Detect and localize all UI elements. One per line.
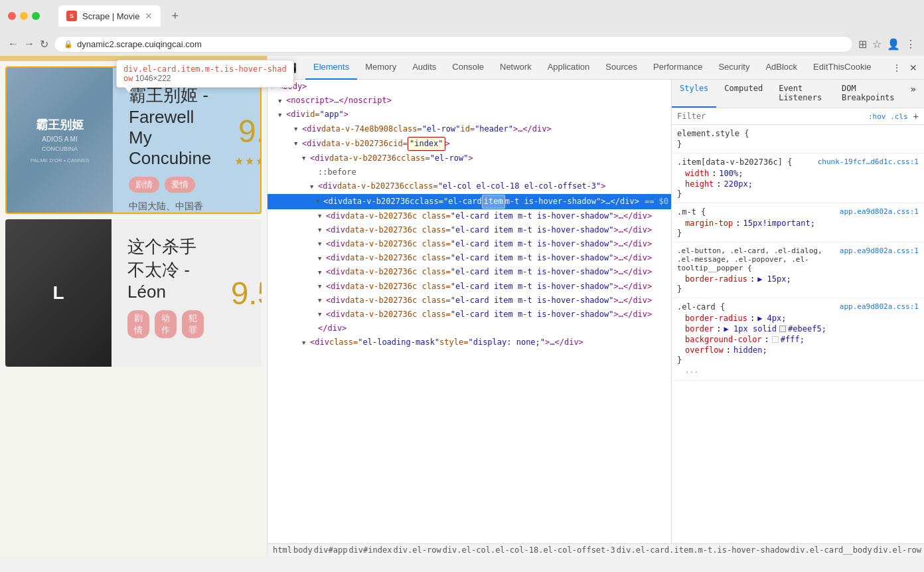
element-line-elcard-6[interactable]: <div data-v-b202736c class= "el-card ite… xyxy=(268,265,671,279)
minimize-button[interactable] xyxy=(20,12,28,20)
tab-memory[interactable]: Memory xyxy=(357,56,404,80)
back-button[interactable]: ← xyxy=(8,38,19,50)
element-line-elcard-9[interactable]: <div data-v-b202736c class= "el-card ite… xyxy=(268,308,671,322)
element-line-index[interactable]: <div data-v-b202736c id= "index" > xyxy=(268,136,671,151)
tab-network[interactable]: Network xyxy=(492,56,540,80)
reload-button[interactable]: ↻ xyxy=(40,38,48,50)
triangle-noscript[interactable] xyxy=(278,96,286,106)
breadcrumb-html[interactable]: html xyxy=(273,545,292,555)
tab-console[interactable]: Console xyxy=(444,56,492,80)
tab-adblock[interactable]: AdBlock xyxy=(757,56,805,80)
triangle-elcard-7[interactable] xyxy=(318,282,326,291)
tab-security[interactable]: Security xyxy=(710,56,757,80)
styles-tab-dom-breakpoints[interactable]: DOM Breakpoints xyxy=(834,80,902,108)
breadcrumb-divapp[interactable]: div#app xyxy=(314,545,348,555)
element-line-noscript[interactable]: <noscript> … </noscript> xyxy=(268,94,671,108)
border-color-swatch[interactable] xyxy=(779,326,786,332)
forward-button[interactable]: → xyxy=(24,38,35,50)
breadcrumb-divrow[interactable]: div.el-row xyxy=(393,545,441,555)
tab-sources[interactable]: Sources xyxy=(597,56,645,80)
address-input[interactable]: 🔒 dynamic2.scrape.cuiqingcai.com xyxy=(54,36,853,52)
movie-card-1[interactable]: 霸王别姬 ADIOS A MI CONCUBINA PALME D'OR • C… xyxy=(5,66,262,214)
styles-tab-event-listeners[interactable]: Event Listeners xyxy=(771,80,834,108)
style-source-elcard[interactable]: app.ea9d802a.css:1 xyxy=(840,302,919,313)
tab-favicon: S xyxy=(66,11,77,21)
tab-elements[interactable]: Elements xyxy=(305,56,357,80)
style-source-item[interactable]: chunk-19fcf…d6d1c.css:1 xyxy=(818,157,919,168)
breadcrumb-divcbody[interactable]: div.el-card__body xyxy=(791,545,872,555)
triangle-elcard-sel[interactable] xyxy=(316,197,323,206)
close-button[interactable] xyxy=(8,12,16,20)
element-line-body[interactable]: <body> xyxy=(268,80,671,94)
screen-share-button[interactable]: ⊞ xyxy=(858,38,867,50)
triangle-elrow[interactable] xyxy=(302,153,310,163)
element-line-loading[interactable]: <div class= "el-loading-mask" style= "di… xyxy=(268,335,671,349)
tag-loading-close: >…</div> xyxy=(545,336,583,349)
style-source-mt[interactable]: app.ea9d802a.css:1 xyxy=(840,207,919,218)
tag-action-2: 动作 xyxy=(155,310,177,338)
triangle-elcard-3[interactable] xyxy=(318,225,326,235)
style-rule-elcard: .el-card { app.ea9d802a.css:1 border-rad… xyxy=(672,298,924,381)
attr-val-app: "app" xyxy=(320,108,344,121)
styles-filter-bar: :hov .cls + xyxy=(672,108,924,125)
triangle-elcard-5[interactable] xyxy=(318,254,326,263)
movie-card-2[interactable]: L 这个杀手不太冷 - Léon 剧情 动作 犯罪 9.5 xyxy=(5,219,262,367)
rating-stars-1: ★ ★ ★ ★ ★ xyxy=(234,155,262,167)
triangle-elcard-9[interactable] xyxy=(318,310,326,319)
bgcolor-swatch[interactable] xyxy=(772,336,779,343)
devtools-close-button[interactable]: ✕ xyxy=(908,61,919,74)
bookmark-button[interactable]: ☆ xyxy=(872,38,882,50)
styles-tab-more[interactable]: » xyxy=(903,80,924,108)
element-line-elcard-5[interactable]: <div data-v-b202736c class= "el-card ite… xyxy=(268,251,671,265)
element-line-before[interactable]: ::before xyxy=(268,165,671,179)
element-line-div-close[interactable]: </div> xyxy=(268,322,671,335)
element-line-elcard-4[interactable]: <div data-v-b202736c class= "el-card ite… xyxy=(268,237,671,251)
element-line-elcard-3[interactable]: <div data-v-b202736c class= "el-card ite… xyxy=(268,223,671,237)
attr-datav-elrow: data-v-b202736c xyxy=(329,152,401,165)
element-line-app[interactable]: <div id= "app" > xyxy=(268,108,671,122)
attr-val-class-header: "el-row" xyxy=(422,123,461,136)
triangle-app[interactable] xyxy=(278,110,286,120)
triangle-elcol[interactable] xyxy=(310,182,318,191)
styles-filter-input[interactable] xyxy=(677,112,863,121)
triangle-elcard-4[interactable] xyxy=(318,239,326,248)
tab-close-button[interactable]: ✕ xyxy=(145,11,153,21)
devtools-settings-button[interactable]: ⋮ xyxy=(891,61,903,74)
profile-button[interactable]: 👤 xyxy=(887,38,900,50)
styles-tab-computed[interactable]: Computed xyxy=(716,80,771,108)
breadcrumb-body[interactable]: body xyxy=(293,545,313,555)
element-line-elcol[interactable]: <div data-v-b202736c class= "el-col el-c… xyxy=(268,179,671,193)
breadcrumb-divrow2[interactable]: div.el-row xyxy=(874,545,921,555)
attr-elcard-8: data-v-b202736c class= xyxy=(345,294,451,307)
triangle-elcard-2[interactable] xyxy=(318,211,326,221)
fullscreen-button[interactable] xyxy=(32,12,40,20)
style-source-elcard-group[interactable]: app.ea9d802a.css:1 xyxy=(840,246,919,274)
tab-performance[interactable]: Performance xyxy=(645,56,710,80)
filter-plus-button[interactable]: + xyxy=(913,111,919,122)
tab-editthiscookie[interactable]: EditThisCookie xyxy=(805,56,879,80)
menu-button[interactable]: ⋮ xyxy=(905,38,916,50)
triangle-index[interactable] xyxy=(294,139,302,148)
new-tab-button[interactable]: + xyxy=(171,9,179,23)
tab-audits[interactable]: Audits xyxy=(404,56,444,80)
triangle-header[interactable] xyxy=(294,124,302,134)
element-line-elrow[interactable]: <div data-v-b202736c class= "el-row" > xyxy=(268,151,671,165)
triangle-loading[interactable] xyxy=(302,338,310,347)
element-line-header[interactable]: <div data-v-74e8b908 class= "el-row" id=… xyxy=(268,122,671,136)
prop-val-bgcolor: #fff; xyxy=(781,335,805,344)
breadcrumb-divcard[interactable]: div.el-card.item.m-t.is-hover-shadow xyxy=(617,545,789,555)
styles-tab-styles[interactable]: Styles xyxy=(672,80,716,108)
filter-state-button[interactable]: :hov .cls xyxy=(866,112,911,121)
triangle-elcard-8[interactable] xyxy=(318,296,326,305)
tab-application[interactable]: Application xyxy=(540,56,598,80)
breadcrumb-divindex[interactable]: div#index xyxy=(348,545,392,555)
element-line-elcard-8[interactable]: <div data-v-b202736c class= "el-card ite… xyxy=(268,294,671,308)
breadcrumb-divcol[interactable]: div.el-col.el-col-18.el-col-offset-3 xyxy=(443,545,615,555)
element-line-elcard-selected[interactable]: <div data-v-b202736c class="el-card item… xyxy=(268,194,671,209)
triangle-elcard-6[interactable] xyxy=(318,268,326,277)
attr-elcard-4: data-v-b202736c class= xyxy=(345,238,451,250)
browser-tab[interactable]: S Scrape | Movie ✕ xyxy=(58,5,161,27)
element-line-elcard-2[interactable]: <div data-v-b202736c class= "el-card ite… xyxy=(268,209,671,223)
element-line-elcard-7[interactable]: <div data-v-b202736c class= "el-card ite… xyxy=(268,280,671,294)
movie-meta-1: 中国大陆、中国香港 / 171 分钟 xyxy=(129,201,211,214)
